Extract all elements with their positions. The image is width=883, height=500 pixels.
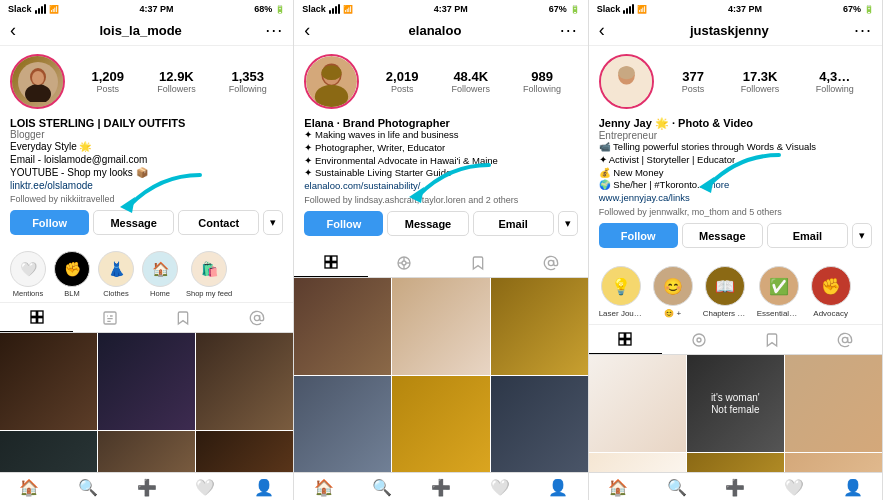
nav-home-1[interactable]: 🏠 — [0, 478, 59, 497]
followers-label-3: Followers — [741, 84, 780, 94]
back-button-2[interactable]: ‹ — [304, 20, 310, 41]
more-options-2[interactable]: ··· — [560, 20, 578, 41]
email-button-3[interactable]: Email — [767, 223, 848, 248]
grid-cell-2-6[interactable] — [491, 376, 588, 472]
followed-by-3: Followed by jennwalkr, mo_thom and 5 oth… — [599, 207, 872, 217]
dropdown-button-3[interactable]: ▾ — [852, 223, 872, 248]
grid-cell-2-5[interactable] — [392, 376, 489, 472]
highlight-smile-3[interactable]: 😊 😊 + — [653, 266, 693, 318]
highlight-circle-blm: ✊ — [54, 251, 90, 287]
more-options-3[interactable]: ··· — [854, 20, 872, 41]
grid-cell-3-6[interactable] — [785, 453, 882, 472]
follow-button-2[interactable]: Follow — [304, 211, 383, 236]
tab-grid-1[interactable] — [0, 303, 73, 332]
stat-followers-2: 48.4K Followers — [451, 69, 490, 94]
wifi-icon-1: 📶 — [49, 5, 59, 14]
grid-cell-2-1[interactable] — [294, 278, 391, 375]
nav-search-2[interactable]: 🔍 — [353, 478, 412, 497]
dropdown-button-2[interactable]: ▾ — [558, 211, 578, 236]
highlight-label-blm: BLM — [64, 289, 79, 298]
nav-heart-3[interactable]: 🤍 — [765, 478, 824, 497]
nav-home-2[interactable]: 🏠 — [294, 478, 353, 497]
nav-profile-3[interactable]: 👤 — [823, 478, 882, 497]
tab-mentions-1[interactable] — [220, 303, 293, 332]
grid-cell-3-5[interactable] — [687, 453, 784, 472]
follow-button-1[interactable]: Follow — [10, 210, 89, 235]
highlight-circle-shopfeed: 🛍️ — [191, 251, 227, 287]
highlight-chapters-3[interactable]: 📖 Chapters of... — [703, 266, 747, 318]
username-1: lois_la_mode — [99, 23, 181, 38]
message-button-3[interactable]: Message — [682, 223, 763, 248]
following-count-2: 989 — [531, 69, 553, 84]
nav-search-1[interactable]: 🔍 — [59, 478, 118, 497]
bio-link-2[interactable]: elanaloo.com/sustainability/ — [304, 180, 420, 191]
status-left-2: Slack 📶 — [302, 4, 353, 14]
message-button-1[interactable]: Message — [93, 210, 174, 235]
grid-cell-1-6[interactable] — [196, 431, 293, 472]
tab-reels-3[interactable] — [662, 325, 735, 354]
back-button-1[interactable]: ‹ — [10, 20, 16, 41]
tab-grid-2[interactable] — [294, 248, 367, 277]
nav-add-2[interactable]: ➕ — [412, 478, 471, 497]
tab-saved-1[interactable] — [147, 303, 220, 332]
tab-mentions-2[interactable] — [514, 248, 587, 277]
highlight-shopfeed-1[interactable]: 🛍️ Shop my feed — [186, 251, 232, 298]
grid-cell-2-2[interactable] — [392, 278, 489, 375]
grid-cell-3-1[interactable] — [589, 355, 686, 452]
grid-cell-1-3[interactable] — [196, 333, 293, 430]
highlight-clothes-1[interactable]: 👗 Clothes — [98, 251, 134, 298]
highlight-home-1[interactable]: 🏠 Home — [142, 251, 178, 298]
stats-row-2: 2,019 Posts 48.4K Followers 989 Followin… — [369, 69, 577, 94]
dropdown-button-1[interactable]: ▾ — [263, 210, 283, 235]
tab-grid-3[interactable] — [589, 325, 662, 354]
grid-cell-3-4[interactable]: REMINDER — [589, 453, 686, 472]
more-options-1[interactable]: ··· — [265, 20, 283, 41]
follow-button-3[interactable]: Follow — [599, 223, 678, 248]
highlight-advocacy-3[interactable]: ✊ Advocacy — [811, 266, 851, 318]
tab-reels-2[interactable] — [368, 248, 441, 277]
contact-button-1[interactable]: Contact — [178, 210, 259, 235]
nav-home-3[interactable]: 🏠 — [589, 478, 648, 497]
message-button-2[interactable]: Message — [387, 211, 468, 236]
mentions-row-1: 🤍 Mentions ✊ BLM 👗 Clothes 🏠 Home 🛍️ Sho… — [0, 247, 293, 303]
photo-grid-container-2 — [294, 278, 587, 472]
bio-title-1: Blogger — [10, 129, 283, 140]
highlight-essentials-3[interactable]: ✅ Essentials L... — [757, 266, 801, 318]
highlight-blm-1[interactable]: ✊ BLM — [54, 251, 90, 298]
avatar-inner-2 — [306, 56, 357, 107]
following-count-3: 4,3… — [819, 69, 850, 84]
nav-search-3[interactable]: 🔍 — [647, 478, 706, 497]
grid-cell-1-5[interactable] — [98, 431, 195, 472]
nav-add-3[interactable]: ➕ — [706, 478, 765, 497]
grid-cell-1-2[interactable] — [98, 333, 195, 430]
mentions-icon-1 — [249, 310, 265, 326]
grid-cell-2-4[interactable] — [294, 376, 391, 472]
tab-tagged-1[interactable] — [73, 303, 146, 332]
back-button-3[interactable]: ‹ — [599, 20, 605, 41]
highlight-mentions-1[interactable]: 🤍 Mentions — [10, 251, 46, 298]
grid-cell-3-2[interactable]: it's woman'Not female — [687, 355, 784, 452]
status-left-3: Slack 📶 — [597, 4, 648, 14]
grid-cell-2-3[interactable] — [491, 278, 588, 375]
email-button-2[interactable]: Email — [473, 211, 554, 236]
nav-add-1[interactable]: ➕ — [117, 478, 176, 497]
bio-link-3[interactable]: www.jennyjay.ca/links — [599, 192, 690, 203]
tab-tagged-2[interactable] — [441, 248, 514, 277]
tab-mentions-3[interactable] — [809, 325, 882, 354]
battery-icon-2: 🔋 — [570, 5, 580, 14]
highlight-laser-3[interactable]: 💡 Laser Journ... — [599, 266, 643, 318]
tab-icons-3 — [589, 325, 882, 355]
grid-cell-1-4[interactable] — [0, 431, 97, 472]
nav-profile-2[interactable]: 👤 — [529, 478, 588, 497]
nav-heart-2[interactable]: 🤍 — [470, 478, 529, 497]
nav-profile-1[interactable]: 👤 — [235, 478, 294, 497]
phone-panel-2: Slack 📶 4:37 PM 67% 🔋 ‹ elanaloo ··· — [294, 0, 588, 500]
grid-cell-3-3[interactable] — [785, 355, 882, 452]
tab-tagged-3[interactable] — [735, 325, 808, 354]
tab-icons-2 — [294, 248, 587, 278]
stat-following-1: 1,353 Following — [229, 69, 267, 94]
reels-icon-3 — [691, 332, 707, 348]
stat-followers-3: 17.3K Followers — [741, 69, 780, 94]
grid-cell-1-1[interactable] — [0, 333, 97, 430]
nav-heart-1[interactable]: 🤍 — [176, 478, 235, 497]
